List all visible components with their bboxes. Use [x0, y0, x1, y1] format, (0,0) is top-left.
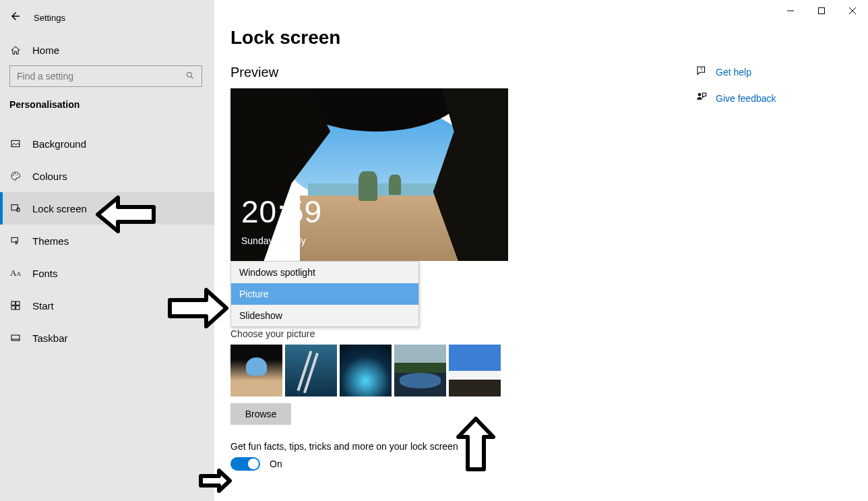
back-button[interactable]: [9, 10, 22, 26]
home-icon: [9, 45, 22, 56]
annotation-arrow-left-1: [94, 194, 158, 235]
close-button[interactable]: [837, 0, 868, 22]
sidebar-item-fonts[interactable]: AA Fonts: [0, 257, 214, 289]
minimize-button[interactable]: [775, 0, 806, 22]
sidebar-item-label: Lock screen: [32, 203, 87, 214]
dropdown-option-slideshow[interactable]: Slideshow: [231, 305, 418, 326]
search-placeholder: Find a setting: [17, 71, 73, 82]
annotation-arrow-up: [454, 415, 497, 473]
search-input[interactable]: Find a setting: [9, 65, 202, 87]
lock-screen-icon: [9, 203, 22, 214]
fonts-icon: AA: [9, 268, 22, 278]
settings-window: Settings Home Find a setting Personalisa…: [0, 0, 868, 501]
window-controls: [775, 0, 868, 22]
svg-rect-11: [11, 306, 15, 310]
preview-date: Sunday 26 July: [241, 235, 306, 246]
get-help-link[interactable]: ? Get help: [695, 65, 844, 79]
sidebar-item-label: Start: [32, 300, 54, 312]
svg-rect-10: [16, 301, 20, 305]
dropdown-option-spotlight[interactable]: Windows spotlight: [231, 262, 418, 283]
picture-thumb-5[interactable]: [449, 345, 501, 396]
palette-icon: [9, 171, 22, 181]
svg-point-0: [187, 72, 191, 77]
svg-point-5: [17, 174, 18, 175]
sidebar-item-label: Taskbar: [32, 332, 68, 344]
help-panel: ? Get help Give feedback: [695, 65, 844, 117]
svg-line-1: [191, 76, 193, 78]
sidebar-item-label: Background: [32, 138, 86, 150]
svg-rect-9: [11, 301, 15, 305]
browse-button[interactable]: Browse: [230, 403, 291, 425]
picture-thumbnails: [230, 345, 868, 396]
svg-point-3: [13, 175, 14, 176]
help-label: Get help: [716, 67, 751, 78]
svg-rect-12: [16, 306, 20, 310]
section-label: Personalisation: [0, 96, 214, 115]
annotation-arrow-right-2: [197, 468, 232, 494]
sidebar-item-background[interactable]: Background: [0, 127, 214, 160]
svg-rect-13: [11, 335, 20, 341]
lock-screen-preview: 20:59 Sunday 26 July: [230, 88, 508, 261]
start-icon: [9, 300, 22, 311]
give-feedback-link[interactable]: Give feedback: [695, 91, 844, 105]
annotation-arrow-right-1: [166, 286, 230, 330]
maximize-button[interactable]: [806, 0, 837, 22]
sidebar-item-label: Fonts: [32, 268, 58, 279]
toggle-state-label: On: [270, 459, 282, 469]
main-content: Lock screen Preview 20:59 Sunday 26 July…: [214, 0, 868, 501]
dropdown-option-picture[interactable]: Picture: [231, 283, 418, 305]
page-title: Lock screen: [230, 27, 868, 49]
picture-thumb-2[interactable]: [285, 345, 337, 396]
svg-point-4: [15, 173, 16, 175]
sidebar-item-label: Themes: [32, 235, 69, 247]
feedback-label: Give feedback: [716, 93, 776, 104]
svg-rect-16: [819, 8, 825, 14]
taskbar-icon: [9, 332, 22, 343]
svg-text:?: ?: [700, 67, 703, 71]
preview-time: 20:59: [241, 194, 322, 230]
window-title: Settings: [34, 13, 65, 23]
background-dropdown-open[interactable]: Windows spotlight Picture Slideshow: [230, 261, 419, 327]
svg-rect-8: [11, 237, 18, 242]
fun-facts-toggle[interactable]: [230, 457, 260, 471]
picture-thumb-3[interactable]: [340, 345, 392, 396]
svg-point-20: [698, 93, 702, 96]
picture-thumb-4[interactable]: [394, 345, 446, 396]
help-icon: ?: [695, 65, 708, 79]
sidebar: Settings Home Find a setting Personalisa…: [0, 0, 214, 501]
picture-thumb-1[interactable]: [230, 345, 282, 396]
sidebar-home[interactable]: Home: [0, 35, 214, 56]
search-icon: [185, 71, 195, 82]
picture-icon: [9, 138, 22, 149]
choose-picture-label: Choose your picture: [230, 328, 868, 339]
sidebar-item-colours[interactable]: Colours: [0, 160, 214, 192]
sidebar-item-label: Colours: [32, 171, 67, 182]
home-label: Home: [32, 45, 59, 56]
themes-icon: [9, 235, 22, 246]
feedback-icon: [695, 91, 708, 105]
